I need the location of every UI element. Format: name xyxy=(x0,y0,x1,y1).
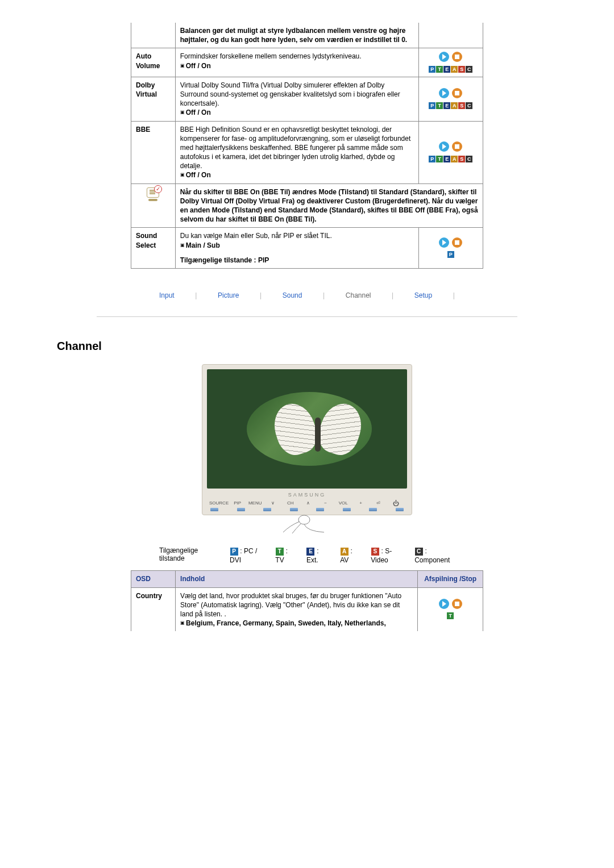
cell-empty xyxy=(131,23,176,48)
play-stop-cell: PTEASC xyxy=(418,77,483,121)
btn-power[interactable]: ⏻ xyxy=(387,500,405,507)
btn-menu[interactable]: MENU xyxy=(246,500,264,506)
section-tabs: Input| Picture| Sound| Channel| Setup| xyxy=(159,291,455,299)
play-stop-cell: PTEASC xyxy=(418,48,483,77)
row-desc: BBE High Definition Sound er en ophavsre… xyxy=(175,121,418,183)
hdr-play: Afspilning /Stop xyxy=(418,571,483,587)
btn-vol-plus[interactable]: + xyxy=(352,500,370,506)
row-desc: Du kan vælge Main eller Sub, når PIP er … xyxy=(175,228,418,269)
stop-icon[interactable] xyxy=(452,599,462,609)
hdr-osd: OSD xyxy=(131,571,176,587)
play-icon[interactable] xyxy=(439,141,449,152)
row-label: Auto Volume xyxy=(131,48,176,77)
divider xyxy=(97,316,517,317)
play-stop-cell: T xyxy=(418,587,483,631)
btn-vol-minus[interactable]: − xyxy=(317,500,334,506)
play-stop-cell: PTEASC xyxy=(418,121,483,183)
legend-label: tilstande xyxy=(159,554,185,562)
monitor-brand: SAMSUNG xyxy=(207,492,407,498)
play-icon[interactable] xyxy=(439,52,449,62)
row-label: Sound Select xyxy=(131,228,176,269)
row-label: Dolby Virtual xyxy=(131,77,176,121)
tab-picture[interactable]: Picture xyxy=(218,291,239,299)
note-icon-cell: ✓ xyxy=(131,183,176,228)
btn-ch-up[interactable]: ∧ xyxy=(299,500,317,506)
tab-input[interactable]: Input xyxy=(159,291,175,299)
note-icon: ✓ xyxy=(145,187,161,200)
row-desc: Virtual Dolby Sound Til/fra (Virtual Dol… xyxy=(175,77,418,121)
tab-channel[interactable]: Channel xyxy=(346,291,371,299)
stop-icon[interactable] xyxy=(452,141,462,152)
hdr-content: Indhold xyxy=(176,571,418,587)
svg-point-0 xyxy=(298,515,310,524)
row-desc: Formindsker forskellene mellem sendernes… xyxy=(175,48,418,77)
btn-ch: CH xyxy=(281,500,299,506)
row-desc: Vælg det land, hvor produktet skal bruge… xyxy=(176,587,418,631)
stop-icon[interactable] xyxy=(452,88,462,98)
stop-icon[interactable] xyxy=(452,237,462,248)
bbe-note: Når du skifter til BBE On (BBE Til) ændr… xyxy=(175,183,483,228)
channel-settings-table: OSD Indhold Afspilning /Stop Country Væl… xyxy=(131,570,483,631)
tab-setup[interactable]: Setup xyxy=(414,291,432,299)
play-stop-cell: P xyxy=(418,228,483,269)
monitor-illustration: SAMSUNG SOURCE PIP MENU ∨ CH ∧ − VOL + ⏎… xyxy=(196,364,418,536)
sound-settings-table: Balancen gør det muligt at styre lydbala… xyxy=(131,23,483,269)
play-icon[interactable] xyxy=(439,237,449,248)
row-label: BBE xyxy=(131,121,176,183)
play-icon[interactable] xyxy=(439,599,449,609)
legend-label: Tilgængelige xyxy=(159,546,198,554)
section-title: Channel xyxy=(57,340,557,353)
balance-note: Balancen gør det muligt at styre lydbala… xyxy=(175,23,418,48)
btn-enter[interactable]: ⏎ xyxy=(370,500,387,506)
modes-legend: Tilgængelige tilstande P : PC / DVI T : … xyxy=(159,546,455,565)
monitor-screen xyxy=(207,369,407,489)
btn-source[interactable]: SOURCE xyxy=(209,500,229,506)
butterfly-image xyxy=(275,400,360,463)
cell-empty xyxy=(418,23,483,48)
row-label: Country xyxy=(131,587,176,631)
tab-sound[interactable]: Sound xyxy=(283,291,302,299)
btn-ch-down[interactable]: ∨ xyxy=(264,500,281,506)
play-icon[interactable] xyxy=(439,88,449,98)
hand-pointer-icon xyxy=(273,513,341,535)
btn-pip[interactable]: PIP xyxy=(229,500,246,506)
btn-vol: VOL xyxy=(334,500,352,506)
monitor-button-row: SOURCE PIP MENU ∨ CH ∧ − VOL + ⏎ ⏻ xyxy=(207,499,407,507)
mode-chips: PTEASC xyxy=(429,66,473,73)
stop-icon[interactable] xyxy=(452,52,462,62)
